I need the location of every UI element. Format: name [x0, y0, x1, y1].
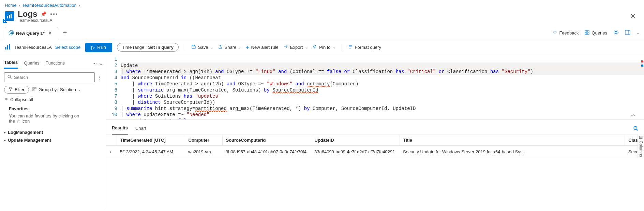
pin-label: Pin to [319, 45, 330, 50]
svg-rect-7 [585, 30, 587, 32]
columns-toggle[interactable]: ▤ Columns [638, 133, 644, 158]
chevron-down-icon: ⌄ [78, 88, 81, 92]
add-tab-button[interactable]: + [61, 29, 69, 37]
col-timegenerated[interactable]: TimeGenerated [UTC] [117, 135, 185, 146]
expand-editor-icon[interactable]: ︽ [631, 111, 636, 117]
page-subtitle: TeamResourcesLA [18, 18, 58, 23]
svg-rect-16 [9, 44, 10, 50]
scope-name: TeamResourcesLA [14, 45, 52, 50]
tab-chart[interactable]: Chart [135, 124, 146, 134]
caret-icon: ▸ [4, 130, 6, 134]
pin-icon[interactable]: 📌 [41, 11, 46, 17]
group-by-value: Solution [60, 87, 76, 92]
tab-queries[interactable]: Queries [24, 58, 40, 68]
table-row[interactable]: › 5/13/2022, 4:34:45.347 AM ws2019-vm 9b… [106, 146, 644, 158]
chevron-down-icon: ⌄ [305, 45, 308, 49]
svg-rect-12 [625, 30, 630, 34]
page-header: Logs 📌 ⋯ TeamResourcesLA ✕ [0, 9, 644, 26]
query-tabs-bar: New Query 1* ✕ + ♡ Feedback Queries ⌄ [0, 26, 644, 40]
separator [185, 44, 185, 51]
queries-button[interactable]: Queries [585, 30, 607, 36]
table-header-row: TimeGenerated [UTC] Computer SourceCompu… [106, 135, 644, 146]
svg-point-11 [615, 31, 617, 33]
favorites-hint: You can add favorites by clicking on the… [4, 113, 102, 128]
breadcrumb-home[interactable]: Home [5, 3, 17, 8]
run-button[interactable]: ▷ Run [85, 43, 112, 52]
group-icon [32, 87, 36, 92]
expand-row-icon[interactable]: › [106, 146, 117, 158]
code-content[interactable]: Update | where TimeGenerated > ago(14h) … [121, 56, 644, 117]
svg-rect-5 [11, 32, 12, 34]
collapse-all-button[interactable]: Collapse all [4, 97, 102, 102]
tree-logmanagement[interactable]: ▸ LogManagement [4, 128, 102, 136]
col-sourcecomputerid[interactable]: SourceComputerId [222, 135, 311, 146]
chevron-right-icon: › [79, 3, 80, 8]
toolbar: TeamResourcesLA Select scope ▷ Run Time … [0, 40, 644, 55]
format-label: Format query [355, 45, 381, 50]
more-icon[interactable]: ⋯ [92, 61, 97, 66]
run-label: Run [97, 45, 106, 50]
cell-updateid: 33a64099-ba99-4e7f-a2d7-cf7d7fc4029f [311, 146, 400, 158]
left-panel: Tables Queries Functions ⋯ « ⋮ Fil [0, 55, 106, 208]
query-editor[interactable]: 12 345 678 910 Update | where TimeGenera… [106, 55, 644, 120]
svg-rect-15 [7, 45, 8, 49]
col-updateid[interactable]: UpdateID [311, 135, 400, 146]
group-by-selector[interactable]: Group by: Solution ⌄ [32, 87, 81, 92]
share-label: Share [225, 45, 237, 50]
panel-icon[interactable] [625, 30, 630, 36]
time-range-value: Set in query [148, 45, 173, 50]
tab-functions[interactable]: Functions [46, 58, 65, 68]
export-icon [283, 44, 288, 50]
svg-rect-17 [193, 45, 194, 46]
page-title: Logs [18, 9, 37, 19]
share-button[interactable]: Share ⌄ [218, 44, 241, 50]
col-title[interactable]: Title [400, 135, 625, 146]
new-alert-button[interactable]: + New alert rule [246, 44, 279, 51]
pin-icon [312, 44, 317, 50]
pin-to-button[interactable]: Pin to ⌄ [312, 44, 335, 50]
svg-rect-1 [9, 15, 10, 18]
more-icon[interactable]: ⋯ [50, 9, 58, 19]
collapse-icon [4, 97, 8, 102]
format-query-button[interactable]: Format query [348, 44, 381, 50]
svg-rect-10 [587, 33, 589, 34]
save-button[interactable]: Save ⌄ [191, 44, 213, 50]
select-scope-link[interactable]: Select scope [55, 45, 80, 50]
filter-icon [9, 87, 13, 92]
feedback-button[interactable]: ♡ Feedback [553, 30, 579, 36]
export-button[interactable]: Export ⌄ [283, 44, 308, 50]
search-input[interactable] [14, 75, 92, 80]
queries-icon [585, 30, 589, 36]
query-tab[interactable]: New Query 1* ✕ [5, 27, 58, 40]
tree-updatemanagement[interactable]: ▸ Update Management [4, 136, 102, 144]
search-results-icon[interactable] [633, 126, 639, 132]
time-range-selector[interactable]: Time range : Set in query [117, 43, 179, 52]
tab-tables[interactable]: Tables [4, 58, 18, 69]
col-computer[interactable]: Computer [185, 135, 222, 146]
minimap [638, 55, 644, 119]
caret-icon: ▸ [4, 138, 6, 142]
close-tab-icon[interactable]: ✕ [48, 31, 52, 36]
cell-computer: ws2019-vm [185, 146, 222, 158]
query-tab-label: New Query 1* [16, 31, 45, 36]
collapse-all-label: Collapse all [10, 97, 33, 102]
breadcrumb: Home › TeamResourcesAutomation › [0, 0, 644, 9]
log-analytics-icon [5, 11, 14, 21]
gear-icon[interactable] [613, 30, 619, 36]
columns-icon: ▤ [639, 135, 643, 140]
new-alert-label: New alert rule [251, 45, 279, 50]
svg-rect-20 [33, 87, 34, 89]
filter-button[interactable]: Filter [4, 86, 29, 94]
tree-label: LogManagement [8, 130, 43, 135]
results-table-wrapper: TimeGenerated [UTC] Computer SourceCompu… [106, 135, 644, 158]
collapse-panel-icon[interactable]: « [100, 61, 102, 66]
chevron-down-icon: ⌄ [333, 45, 335, 49]
breadcrumb-resource[interactable]: TeamResourcesAutomation [22, 3, 77, 8]
close-icon[interactable]: ✕ [627, 11, 639, 22]
tab-results[interactable]: Results [112, 123, 128, 135]
svg-rect-2 [11, 14, 12, 18]
favorites-header: Favorites [9, 106, 102, 111]
search-icon [7, 74, 12, 80]
kebab-icon[interactable]: ⋮ [98, 75, 102, 80]
chevron-down-icon[interactable]: ⌄ [636, 31, 639, 35]
